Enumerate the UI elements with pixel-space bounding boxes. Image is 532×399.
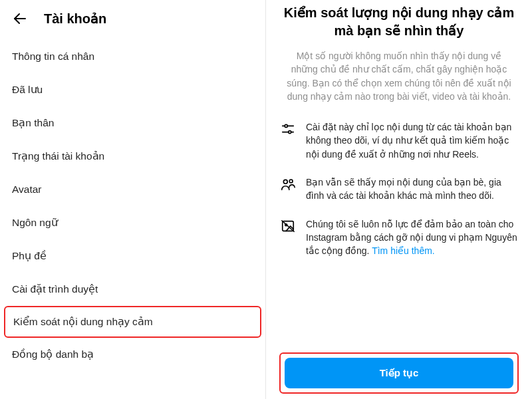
feature-safety: Chúng tôi sẽ luôn nỗ lực để đảm bảo an t… [279, 217, 519, 258]
continue-highlight: Tiếp tục [279, 352, 519, 394]
svg-line-9 [282, 220, 294, 231]
arrow-left-icon [12, 11, 28, 27]
learn-more-link[interactable]: Tìm hiểu thêm. [372, 245, 435, 256]
feature-filter: Cài đặt này chỉ lọc nội dung từ các tài … [279, 120, 519, 161]
svg-point-6 [289, 180, 293, 183]
settings-item[interactable]: Đã lưu [0, 73, 265, 106]
sensitive-content-panel: Kiểm soát lượng nội dung nhạy cảm mà bạn… [266, 0, 532, 399]
feature-safety-text: Chúng tôi sẽ luôn nỗ lực để đảm bảo an t… [306, 217, 519, 258]
svg-point-4 [289, 131, 291, 134]
people-icon [279, 177, 297, 194]
continue-button[interactable]: Tiếp tục [285, 358, 513, 388]
sensitive-content-subtitle: Một số người không muốn nhìn thấy nội du… [279, 49, 519, 103]
settings-item[interactable]: Đồng bộ danh bạ [0, 338, 265, 371]
settings-item[interactable]: Trạng thái tài khoản [0, 140, 265, 173]
svg-point-2 [285, 125, 287, 128]
left-header: Tài khoản [0, 0, 265, 35]
settings-item[interactable]: Cài đặt trình duyệt [0, 273, 265, 306]
settings-list: Thông tin cá nhânĐã lưuBạn thânTrạng thá… [0, 35, 265, 371]
settings-item[interactable]: Bạn thân [0, 106, 265, 140]
page-title: Tài khoản [44, 11, 106, 27]
feature-following-text: Bạn vẫn sẽ thấy mọi nội dung của bạn bè,… [306, 176, 519, 203]
settings-item[interactable]: Ngôn ngữ [0, 206, 265, 239]
sensitive-content-title: Kiểm soát lượng nội dung nhạy cảm mà bạn… [279, 4, 519, 40]
settings-item[interactable]: Phụ đề [0, 239, 265, 273]
sliders-icon [279, 122, 297, 139]
feature-following: Bạn vẫn sẽ thấy mọi nội dung của bạn bè,… [279, 176, 519, 203]
back-button[interactable] [11, 9, 29, 28]
settings-item[interactable]: Kiểm soát nội dung nhạy cảm [4, 306, 261, 338]
account-settings-panel: Tài khoản Thông tin cá nhânĐã lưuBạn thâ… [0, 0, 266, 399]
settings-item[interactable]: Avatar [0, 173, 265, 206]
feature-filter-text: Cài đặt này chỉ lọc nội dung từ các tài … [306, 120, 519, 161]
svg-point-5 [283, 180, 287, 184]
image-off-icon [279, 219, 297, 236]
settings-item[interactable]: Thông tin cá nhân [0, 40, 265, 73]
